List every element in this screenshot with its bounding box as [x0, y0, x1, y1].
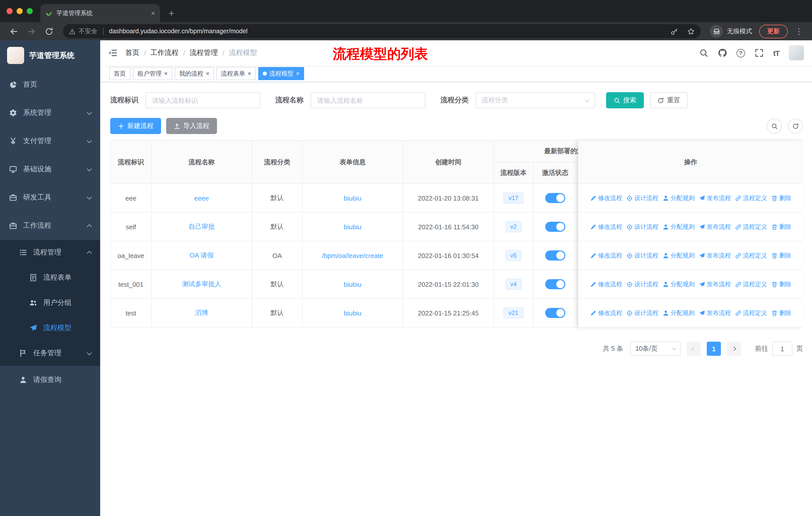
tag-tenant-management[interactable]: 租户管理 ×: [133, 67, 172, 80]
delete-link[interactable]: 删除: [771, 309, 791, 317]
form-info-link[interactable]: biubiu: [344, 309, 361, 317]
avatar[interactable]: [789, 45, 804, 60]
close-icon[interactable]: ×: [296, 71, 299, 77]
process-id-input[interactable]: [145, 92, 260, 108]
process-definition-link[interactable]: 流程定义: [735, 280, 767, 289]
fullscreen-icon[interactable]: [755, 48, 764, 57]
maximize-window-button[interactable]: [27, 8, 33, 14]
import-process-button[interactable]: 导入流程: [166, 118, 217, 134]
password-key-icon[interactable]: [671, 27, 678, 35]
publish-process-link[interactable]: 发布流程: [699, 194, 731, 202]
prev-page-button[interactable]: [687, 342, 701, 356]
process-name-link[interactable]: OA 请假: [190, 251, 213, 259]
process-name-link[interactable]: 滔博: [195, 309, 208, 317]
process-definition-link[interactable]: 流程定义: [735, 251, 767, 260]
publish-process-link[interactable]: 发布流程: [699, 251, 731, 260]
forward-icon[interactable]: [27, 27, 36, 35]
design-process-link[interactable]: 设计流程: [626, 194, 659, 202]
browser-menu-icon[interactable]: ⋮: [795, 26, 803, 36]
modify-process-link[interactable]: 修改流程: [590, 194, 622, 202]
page-size-select[interactable]: 10条/页: [630, 342, 680, 356]
browser-tab[interactable]: 芋道管理系统 ×: [40, 4, 160, 22]
help-icon[interactable]: ?: [736, 49, 745, 57]
hamburger-fold-icon[interactable]: [108, 48, 117, 57]
sidebar-item-leave-query[interactable]: 请假查询: [0, 366, 100, 394]
delete-link[interactable]: 删除: [771, 194, 791, 202]
modify-process-link[interactable]: 修改流程: [590, 280, 622, 289]
assign-rule-link[interactable]: 分配规则: [663, 280, 695, 289]
form-info-link[interactable]: biubiu: [344, 223, 361, 230]
process-name-link[interactable]: eeee: [194, 194, 209, 202]
process-name-link[interactable]: 测试多审批人: [182, 280, 221, 288]
publish-process-link[interactable]: 发布流程: [699, 309, 731, 317]
close-window-button[interactable]: [6, 8, 12, 14]
form-info-link[interactable]: biubiu: [344, 194, 361, 202]
modify-process-link[interactable]: 修改流程: [590, 309, 622, 317]
address-bar[interactable]: 不安全 dashboard.yudao.iocoder.cn/bpm/manag…: [63, 24, 701, 38]
github-icon[interactable]: [718, 48, 727, 57]
sidebar-item-home[interactable]: 首页: [0, 71, 100, 99]
bookmark-star-icon[interactable]: [687, 27, 695, 35]
next-page-button[interactable]: [727, 342, 741, 356]
process-definition-link[interactable]: 流程定义: [735, 194, 767, 202]
breadcrumb-workflow[interactable]: 工作流程: [150, 48, 179, 57]
breadcrumb-home[interactable]: 首页: [125, 48, 140, 57]
sidebar-item-process-form[interactable]: 流程表单: [0, 265, 100, 290]
tab-close-icon[interactable]: ×: [151, 9, 155, 17]
refresh-table-button[interactable]: [788, 118, 803, 134]
sidebar-item-infrastructure[interactable]: 基础设施: [0, 155, 100, 184]
font-size-icon[interactable]: tT: [773, 49, 779, 57]
show-search-button[interactable]: [767, 118, 782, 134]
process-definition-link[interactable]: 流程定义: [735, 309, 767, 317]
process-definition-link[interactable]: 流程定义: [735, 222, 767, 231]
sidebar-item-process-management[interactable]: 流程管理: [0, 240, 100, 265]
assign-rule-link[interactable]: 分配规则: [663, 222, 695, 231]
create-process-button[interactable]: 新建流程: [110, 118, 161, 134]
form-info-link[interactable]: /bpm/oa/leave/create: [322, 252, 383, 259]
process-name-link[interactable]: 自己审批: [188, 223, 215, 230]
sidebar-item-workflow[interactable]: 工作流程: [0, 212, 100, 240]
active-toggle[interactable]: [545, 308, 565, 318]
design-process-link[interactable]: 设计流程: [626, 280, 659, 289]
active-toggle[interactable]: [545, 222, 565, 232]
sidebar-item-process-model[interactable]: 流程模型: [0, 316, 100, 341]
assign-rule-link[interactable]: 分配规则: [663, 251, 695, 260]
logo[interactable]: 芋道管理系统: [0, 40, 100, 71]
design-process-link[interactable]: 设计流程: [626, 251, 659, 260]
active-toggle[interactable]: [545, 250, 565, 261]
active-toggle[interactable]: [545, 193, 565, 203]
design-process-link[interactable]: 设计流程: [626, 222, 659, 231]
design-process-link[interactable]: 设计流程: [626, 309, 659, 317]
reset-button[interactable]: 重置: [650, 92, 688, 108]
delete-link[interactable]: 删除: [771, 222, 791, 231]
close-icon[interactable]: ×: [164, 71, 168, 77]
sidebar-item-payment[interactable]: 支付管理: [0, 127, 100, 155]
assign-rule-link[interactable]: 分配规则: [663, 194, 695, 202]
reload-icon[interactable]: [45, 27, 53, 35]
close-icon[interactable]: ×: [206, 71, 209, 77]
goto-page-input[interactable]: [772, 342, 792, 356]
sidebar-item-user-group[interactable]: 用户分组: [0, 290, 100, 316]
tag-my-process[interactable]: 我的流程 ×: [175, 67, 214, 80]
process-category-select[interactable]: 流程分类: [476, 92, 595, 108]
form-info-link[interactable]: biubiu: [344, 280, 361, 288]
page-number-current[interactable]: 1: [707, 342, 721, 356]
publish-process-link[interactable]: 发布流程: [699, 222, 731, 231]
publish-process-link[interactable]: 发布流程: [699, 280, 731, 289]
back-icon[interactable]: [9, 27, 18, 35]
sidebar-item-devtools[interactable]: 研发工具: [0, 184, 100, 212]
new-tab-button[interactable]: [164, 6, 178, 20]
process-name-input[interactable]: [311, 92, 425, 108]
delete-link[interactable]: 删除: [771, 251, 791, 260]
delete-link[interactable]: 删除: [771, 280, 791, 289]
assign-rule-link[interactable]: 分配规则: [663, 309, 695, 317]
sidebar-item-system[interactable]: 系统管理: [0, 99, 100, 127]
search-icon[interactable]: [699, 48, 708, 57]
modify-process-link[interactable]: 修改流程: [590, 222, 622, 231]
minimize-window-button[interactable]: [17, 8, 23, 14]
tag-process-model[interactable]: 流程模型 ×: [258, 67, 304, 80]
tag-home[interactable]: 首页: [109, 67, 130, 80]
close-icon[interactable]: ×: [248, 71, 251, 77]
tag-process-form[interactable]: 流程表单 ×: [216, 67, 256, 80]
search-button[interactable]: 搜索: [606, 92, 644, 108]
